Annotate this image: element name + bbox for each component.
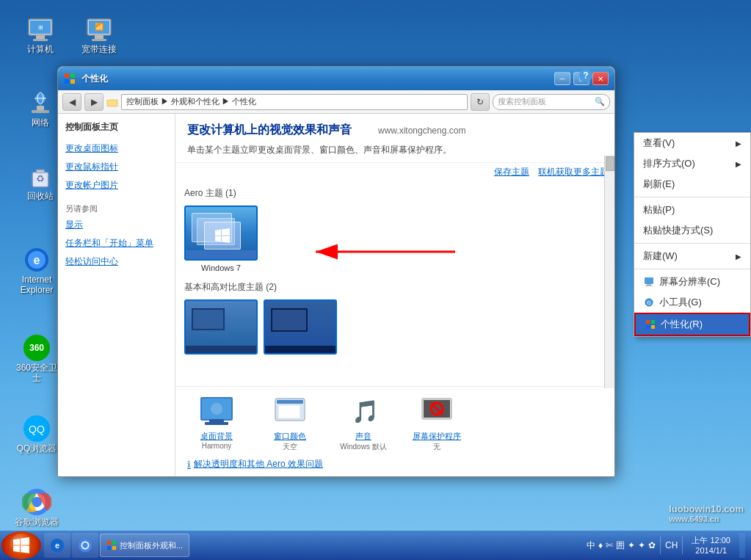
menu-item-paste[interactable]: 粘贴(P): [634, 200, 750, 220]
help-link-icon: ℹ: [187, 459, 191, 470]
svg-rect-30: [70, 73, 75, 78]
menu-item-refresh[interactable]: 刷新(E): [634, 174, 750, 194]
menu-item-sort[interactable]: 排序方式(O) ▶: [634, 153, 750, 174]
themes-scroll-area[interactable]: Aero 主题 (1) Wi: [175, 181, 614, 386]
context-menu: 查看(V) ▶ 排序方式(O) ▶ 刷新(E) 粘贴(P) 粘贴快捷方式(S) …: [634, 132, 751, 337]
main-area: 更改计算机上的视觉效果和声音 www.xitongcheng.com 单击某个主…: [175, 114, 614, 476]
bg-label[interactable]: 桌面背景: [200, 431, 233, 442]
help-link[interactable]: ℹ 解决透明度和其他 Aero 效果问题: [187, 458, 603, 470]
theme-item-basic2[interactable]: [264, 299, 337, 354]
svg-rect-9: [92, 39, 106, 41]
theme-preview-win7: [184, 206, 258, 261]
windows-logo: [13, 537, 29, 553]
menu-divider-1: [634, 197, 750, 197]
close-button[interactable]: ✕: [592, 72, 609, 85]
svg-rect-55: [646, 320, 650, 324]
sidebar-link-mouse-pointer[interactable]: 更改鼠标指针: [65, 161, 167, 173]
watermark-text: luobowin10.com: [669, 503, 744, 514]
address-input[interactable]: 控制面板 ▶ 外观和个性化 ▶ 个性化: [121, 94, 468, 110]
svg-rect-42: [278, 405, 300, 418]
desktop-icon-360[interactable]: 360 360安全卫士: [11, 330, 62, 387]
theme-preview-basic1: [184, 299, 258, 354]
tray-icon-1: 中: [587, 539, 595, 552]
computer-icon-label: 计算机: [27, 44, 54, 54]
sidebar-link-taskbar[interactable]: 任务栏和「开始」菜单: [65, 237, 167, 250]
svg-rect-50: [645, 277, 653, 284]
svg-rect-13: [37, 106, 44, 110]
bottom-icon-sound[interactable]: 🎵 声音 Windows 默认: [334, 393, 393, 452]
svg-rect-8: [95, 35, 104, 39]
network-icon-label: 网络: [32, 117, 49, 128]
start-button[interactable]: [1, 531, 41, 559]
color-label[interactable]: 窗口颜色: [274, 431, 306, 442]
sound-label[interactable]: 声音: [355, 431, 371, 442]
menu-item-resolution[interactable]: 屏幕分辨率(C): [634, 272, 750, 292]
menu-item-gadgets[interactable]: G 小工具(G): [634, 292, 750, 313]
sidebar-link-desktop-icon[interactable]: 更改桌面图标: [65, 142, 167, 155]
theme-item-basic1[interactable]: [184, 299, 258, 354]
taskbar-right: 中 ♦ ✄ 囲 ✦ ✦ ✿ CH 上午 12:00 2014/1/1: [581, 533, 751, 558]
menu-item-new-label: 新建(W): [643, 250, 678, 263]
tray-divider: [660, 537, 661, 554]
bottom-icon-color[interactable]: 窗口颜色 天空: [261, 393, 319, 452]
desktop-icon-computer[interactable]: ⊞ 计算机: [15, 15, 66, 57]
taskbar-ie[interactable]: e: [44, 533, 70, 558]
bottom-icon-bg[interactable]: 桌面背景 Harmony: [187, 393, 246, 452]
menu-item-paste-shortcut[interactable]: 粘贴快捷方式(S): [634, 220, 750, 241]
svg-rect-56: [651, 320, 655, 324]
show-desktop-button[interactable]: [739, 533, 745, 558]
search-box[interactable]: 搜索控制面板 🔍: [493, 94, 610, 110]
themes-actions: 保存主题 联机获取更多主题: [175, 163, 614, 181]
sidebar-link-account-picture[interactable]: 更改帐户图片: [65, 179, 167, 192]
save-theme-link[interactable]: 保存主题: [494, 166, 529, 178]
forward-button[interactable]: ▶: [84, 93, 104, 111]
sidebar-link-display[interactable]: 显示: [65, 219, 167, 231]
menu-item-personalize-label: 个性化(R): [661, 318, 703, 331]
recycle-icon-label: 回收站: [27, 191, 54, 201]
qq-browser-icon: QQ: [22, 414, 51, 443]
menu-item-view[interactable]: 查看(V) ▶: [634, 133, 750, 153]
desktop-icon-qq-browser[interactable]: QQ QQ浏览器: [11, 411, 62, 457]
svg-rect-66: [107, 546, 111, 550]
chrome-icon: [22, 487, 51, 517]
screensaver-icon-img: [419, 393, 454, 428]
screensaver-label[interactable]: 屏幕保护程序: [413, 431, 461, 442]
svg-rect-16: [37, 170, 45, 173]
scrollbar-thumb[interactable]: [606, 156, 614, 171]
svg-rect-65: [112, 541, 116, 545]
taskbar-items: e 控制面板外观和...: [41, 533, 581, 558]
theme-item-win7[interactable]: Windows 7: [184, 206, 258, 272]
get-more-link[interactable]: 联机获取更多主题: [538, 166, 609, 178]
refresh-button[interactable]: ↻: [471, 93, 490, 111]
clock[interactable]: 上午 12:00 2014/1/1: [687, 534, 735, 558]
bottom-icon-screensaver[interactable]: 屏幕保护程序 无: [407, 393, 466, 452]
scrollbar[interactable]: [604, 155, 614, 388]
tray-icon-4: 囲: [616, 539, 625, 552]
network-icon: [26, 91, 55, 117]
menu-item-refresh-label: 刷新(E): [643, 178, 675, 191]
menu-item-new[interactable]: 新建(W) ▶: [634, 246, 750, 266]
clock-date: 2014/1/1: [692, 545, 730, 556]
broadband-icon-label: 宽带连接: [81, 44, 117, 54]
desktop-icon-ie[interactable]: e InternetExplorer: [11, 242, 62, 299]
help-button[interactable]: ?: [579, 69, 592, 82]
360-icon: 360: [22, 333, 51, 363]
taskbar-chrome[interactable]: [72, 533, 98, 558]
basic-section-title: 基本和高对比度主题 (2): [184, 281, 606, 294]
menu-divider-2: [634, 243, 750, 244]
sidebar-link-ease[interactable]: 轻松访问中心: [65, 255, 167, 268]
360-icon-label: 360安全卫士: [14, 363, 59, 384]
back-button[interactable]: ◀: [62, 93, 81, 111]
address-text: 控制面板 ▶ 外观和个性化 ▶ 个性化: [126, 96, 256, 107]
desktop-icon-chrome-browser[interactable]: 谷歌浏览器: [11, 484, 62, 530]
menu-item-personalize[interactable]: 个性化(R): [634, 313, 750, 336]
desktop-icon-broadband[interactable]: 📶 宽带连接: [73, 15, 125, 57]
minimize-button[interactable]: ─: [554, 72, 570, 85]
help-link-text: 解决透明度和其他 Aero 效果问题: [194, 458, 323, 470]
svg-text:♻: ♻: [36, 174, 45, 184]
svg-point-37: [211, 403, 222, 415]
svg-text:e: e: [34, 254, 40, 266]
taskbar-control-panel[interactable]: 控制面板外观和...: [100, 534, 189, 557]
bottom-section: 桌面背景 Harmony 窗口颜色 天空: [175, 386, 614, 476]
menu-item-resolution-label: 屏幕分辨率(C): [659, 275, 720, 288]
